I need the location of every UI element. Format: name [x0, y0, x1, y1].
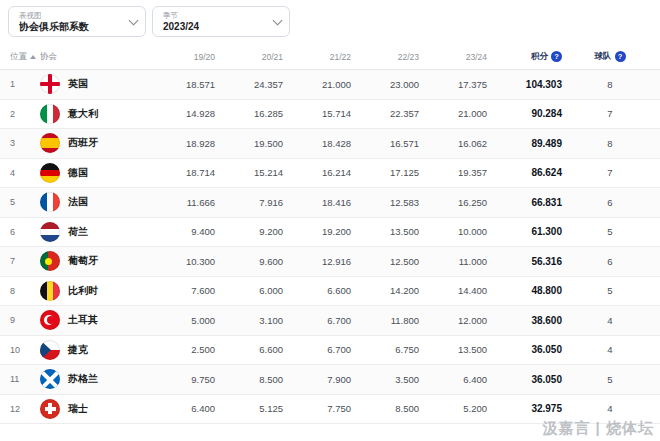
row-association: 捷克	[40, 340, 147, 360]
table-row[interactable]: 9土耳其5.0003.1006.70011.80012.00038.6004	[0, 306, 660, 336]
table-row[interactable]: 4德国18.71415.21416.21417.12519.35786.6247	[0, 159, 660, 189]
view-select[interactable]: 表视图 协会俱乐部系数	[8, 6, 146, 37]
season-value-1: 19.500	[215, 138, 283, 149]
spain-flag-icon	[40, 133, 60, 153]
points-total: 104.303	[487, 79, 570, 90]
column-header-position-label: 位置	[10, 51, 27, 63]
country-name: 西班牙	[68, 136, 98, 150]
row-position: 4	[10, 168, 40, 178]
column-header-season-2122[interactable]: 21/22	[283, 52, 351, 62]
row-association: 法国	[40, 192, 147, 212]
country-name: 法国	[68, 195, 88, 209]
country-name: 英国	[68, 77, 88, 91]
clubs-count: 5	[570, 226, 650, 237]
season-value-4: 16.250	[419, 197, 487, 208]
column-header-points-label: 积分	[531, 51, 548, 63]
season-select[interactable]: 季节 2023/24	[152, 6, 290, 37]
column-header-season-1920[interactable]: 19/20	[147, 52, 215, 62]
season-value-3: 17.125	[351, 167, 419, 178]
table-row[interactable]: 6荷兰9.4009.20019.20013.50010.00061.3005	[0, 218, 660, 248]
season-value-0: 18.714	[147, 167, 215, 178]
table-row[interactable]: 1英国18.57124.35721.00023.00017.375104.303…	[0, 70, 660, 100]
column-header-season-2223[interactable]: 22/23	[351, 52, 419, 62]
row-association: 瑞士	[40, 399, 147, 419]
italy-flag-icon	[40, 104, 60, 124]
points-total: 89.489	[487, 138, 570, 149]
clubs-count: 4	[570, 344, 650, 355]
table-row[interactable]: 11苏格兰9.7508.5007.9003.5006.40036.0505	[0, 365, 660, 395]
switzerland-flag-icon	[40, 399, 60, 419]
column-header-season-2324[interactable]: 23/24	[419, 52, 487, 62]
belgium-flag-icon	[40, 281, 60, 301]
table-row[interactable]: 5法国11.6667.91618.41612.58316.25066.8316	[0, 188, 660, 218]
row-association: 荷兰	[40, 222, 147, 242]
clubs-count: 7	[570, 108, 650, 119]
season-value-0: 11.666	[147, 197, 215, 208]
points-total: 48.800	[487, 285, 570, 296]
season-value-0: 2.500	[147, 344, 215, 355]
row-association: 西班牙	[40, 133, 147, 153]
row-association: 德国	[40, 163, 147, 183]
country-name: 瑞士	[68, 402, 88, 416]
table-header-row: 位置 协会 19/20 20/21 21/22 22/23 23/24 积分 球…	[0, 44, 660, 70]
season-value-1: 9.600	[215, 256, 283, 267]
table-row[interactable]: 2意大利14.92816.28515.71422.35721.00090.284…	[0, 100, 660, 130]
season-value-2: 7.750	[283, 403, 351, 414]
row-position: 8	[10, 286, 40, 296]
column-header-clubs[interactable]: 球队	[570, 51, 650, 63]
season-value-3: 16.571	[351, 138, 419, 149]
season-value-1: 16.285	[215, 108, 283, 119]
table-row[interactable]: 3西班牙18.92819.50018.42816.57116.06289.489…	[0, 129, 660, 159]
country-name: 捷克	[68, 343, 88, 357]
table-row[interactable]: 8比利时7.6006.0006.60014.20014.40048.8005	[0, 277, 660, 307]
table-body: 1英国18.57124.35721.00023.00017.375104.303…	[0, 70, 660, 424]
clubs-count: 8	[570, 79, 650, 90]
season-value-1: 7.916	[215, 197, 283, 208]
clubs-count: 6	[570, 256, 650, 267]
season-value-4: 17.375	[419, 79, 487, 90]
table-row[interactable]: 12瑞士6.4005.1257.7508.5005.20032.9754	[0, 395, 660, 425]
row-position: 5	[10, 197, 40, 207]
points-total: 86.624	[487, 167, 570, 178]
clubs-count: 7	[570, 167, 650, 178]
points-total: 38.600	[487, 315, 570, 326]
clubs-count: 5	[570, 374, 650, 385]
season-value-3: 22.357	[351, 108, 419, 119]
clubs-count: 4	[570, 315, 650, 326]
season-value-4: 10.000	[419, 226, 487, 237]
filter-bar: 表视图 协会俱乐部系数 季节 2023/24	[0, 0, 660, 44]
table-row[interactable]: 7葡萄牙10.3009.60012.91612.50011.00056.3166	[0, 247, 660, 277]
czech-republic-flag-icon	[40, 340, 60, 360]
info-icon[interactable]	[551, 51, 562, 62]
season-value-1: 6.600	[215, 344, 283, 355]
season-value-4: 14.400	[419, 285, 487, 296]
season-value-0: 5.000	[147, 315, 215, 326]
row-association: 比利时	[40, 281, 147, 301]
season-value-4: 19.357	[419, 167, 487, 178]
season-value-4: 21.000	[419, 108, 487, 119]
season-value-2: 18.416	[283, 197, 351, 208]
country-name: 荷兰	[68, 225, 88, 239]
season-value-3: 12.500	[351, 256, 419, 267]
france-flag-icon	[40, 192, 60, 212]
season-value-3: 12.583	[351, 197, 419, 208]
table-row[interactable]: 10捷克2.5006.6006.7006.75013.50036.0504	[0, 336, 660, 366]
turkey-flag-icon	[40, 310, 60, 330]
info-icon[interactable]	[615, 51, 626, 62]
season-value-0: 18.571	[147, 79, 215, 90]
season-value-0: 14.928	[147, 108, 215, 119]
points-total: 36.050	[487, 374, 570, 385]
column-header-position[interactable]: 位置	[10, 51, 40, 63]
view-select-label: 表视图	[19, 12, 89, 20]
season-value-3: 3.500	[351, 374, 419, 385]
column-header-association[interactable]: 协会	[40, 51, 147, 63]
clubs-count: 8	[570, 138, 650, 149]
season-value-0: 7.600	[147, 285, 215, 296]
season-value-0: 9.400	[147, 226, 215, 237]
column-header-points[interactable]: 积分	[487, 51, 570, 63]
column-header-season-2021[interactable]: 20/21	[215, 52, 283, 62]
season-value-3: 14.200	[351, 285, 419, 296]
season-value-2: 16.214	[283, 167, 351, 178]
points-total: 56.316	[487, 256, 570, 267]
england-flag-icon	[40, 74, 60, 94]
